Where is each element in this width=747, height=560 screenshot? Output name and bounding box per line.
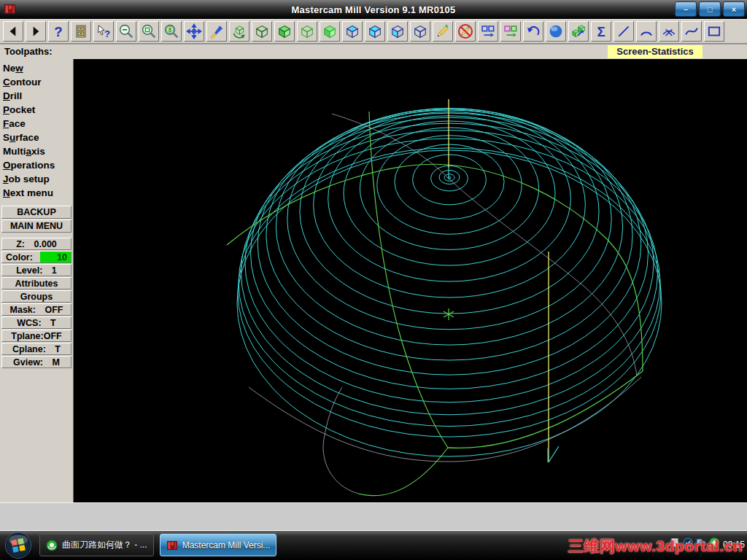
screen-next-button-icon [480,23,496,39]
help-button[interactable]: ? [48,21,69,42]
zoom-button[interactable] [116,21,136,42]
close-button[interactable]: × [723,1,745,17]
toolpath-ring [258,113,641,375]
cplane-front-button-icon [367,23,383,39]
right-axis-cyan-tip [548,446,559,462]
screen-combine-button-icon [503,23,519,39]
gview-iso-button-icon [322,23,338,39]
shade-button-icon [548,23,564,39]
titlebar: Mastercam Mill Version 9.1 MR0105 –□× [0,0,747,19]
status-attributes-button[interactable]: Attributes [1,277,71,289]
pan-button[interactable] [184,21,204,42]
menu-item-next-menu[interactable]: Next menu [0,186,73,200]
system-tray [670,537,719,551]
task-forum-thread-button[interactable]: 曲面刀路如何做？ - ... [39,534,154,556]
gview-top-button[interactable] [252,21,272,42]
solids-button-icon [570,23,587,39]
status-wcs-button[interactable]: WCS: T [1,316,71,329]
statistics-button[interactable]: Σ [591,21,611,42]
repaint-button[interactable] [206,21,227,42]
menu-item-drill[interactable]: Drill [0,89,73,103]
toolpath-ring [344,121,555,265]
back-button[interactable] [3,21,23,42]
main-menu-button[interactable]: MAIN MENU [1,219,71,233]
start-button[interactable] [4,532,32,559]
restore-button[interactable]: □ [699,1,721,17]
menu-item-pocket[interactable]: Pocket [0,103,73,117]
status-z-button[interactable]: Z: 0.000 [1,238,71,250]
gview-top-button-icon [254,23,270,39]
file-button[interactable] [71,21,91,42]
dynamic-gview-button[interactable] [229,21,249,42]
sidebar-menu-panel: NewContourDrillPocketFaceSurfaceMultiaxi… [0,59,74,502]
toolpath-ring [237,150,662,456]
section-curve-green [227,164,643,371]
menu-item-multiaxis[interactable]: Multiaxis [0,144,73,158]
tray-document-icon[interactable] [670,537,680,551]
line-button-icon [616,23,632,39]
toolpath-ring [300,109,599,314]
undo-button[interactable] [523,21,543,42]
cplane-top-button-icon [344,23,360,39]
delete-button[interactable] [455,21,476,42]
sketch-button[interactable] [433,21,453,42]
status-level-button[interactable]: Level: 1 [1,264,71,276]
cplane-side-button[interactable] [387,21,408,42]
lead-loop-green [358,448,448,496]
tray-agent-icon[interactable] [683,537,693,551]
screen-combine-button[interactable] [500,21,521,42]
toolpath-lower-right-green [448,371,643,448]
menu-item-face[interactable]: Face [0,117,73,131]
screen-next-button[interactable] [478,21,498,42]
toolpath-descent-green [369,112,448,448]
solids-button[interactable] [568,21,589,42]
toolpaths-label: Toolpaths: [4,46,52,57]
taskbar-clock: 09:15 [723,540,745,550]
status-color-button[interactable]: Color:10 [1,251,71,263]
menu-item-operations[interactable]: Operations [0,158,73,172]
zoom-window-button-icon [141,23,157,39]
trim-button[interactable] [659,21,679,42]
sketch-button-icon [435,23,451,39]
cplane-front-button[interactable] [365,21,385,42]
line-button[interactable] [614,21,634,42]
gview-iso-button[interactable] [320,21,340,42]
cplane-top-button[interactable] [342,21,363,42]
unzoom-button[interactable]: 8 [161,21,182,42]
toolpath-ring [276,109,622,345]
task-mastercam-button[interactable]: Mastercam Mill Versi... [160,534,277,556]
gview-front-button[interactable] [274,21,295,42]
zoom-window-button[interactable] [139,21,159,42]
repaint-button-icon [209,23,225,39]
cplane-iso-button[interactable] [410,21,430,42]
status-tplaneoff-button[interactable]: Tplane:OFF [1,330,71,342]
task-button-label: Mastercam Mill Versi... [182,540,271,551]
backup-button[interactable]: BACKUP [1,206,71,219]
menu-item-surface[interactable]: Surface [0,131,73,144]
menu-item-job-setup[interactable]: Job setup [0,172,73,186]
minimize-button[interactable]: – [675,1,697,17]
status-cplane-button[interactable]: Cplane: T [1,343,71,355]
undo-button-icon [525,23,541,39]
lead-loop-gray [323,387,358,494]
spline-button[interactable] [681,21,702,42]
tray-safety-icon[interactable] [709,537,719,551]
rectangle-button[interactable] [704,21,724,42]
analyze-button[interactable]: ? [93,21,114,42]
status-gview-button[interactable]: Gview: M [1,356,71,368]
status-mask-button[interactable]: Mask: OFF [1,303,71,316]
screen-statistics-label: Screen-Statistics [608,45,703,58]
menu-item-new[interactable]: New [0,61,73,75]
tray-network-icon[interactable] [696,537,706,551]
graphics-viewport[interactable] [74,59,747,502]
green-globe-icon [46,540,58,551]
forward-button[interactable] [26,21,46,42]
status-button-stack: Z: 0.000Color:10Level: 1AttributesGroups… [0,238,73,368]
forward-button-icon [28,23,44,39]
arc-button[interactable] [636,21,657,42]
gview-side-button[interactable] [297,21,317,42]
status-groups-button[interactable]: Groups [1,290,71,303]
shade-button[interactable] [546,21,566,42]
help-button-icon: ? [50,23,66,39]
menu-item-contour[interactable]: Contour [0,75,73,89]
